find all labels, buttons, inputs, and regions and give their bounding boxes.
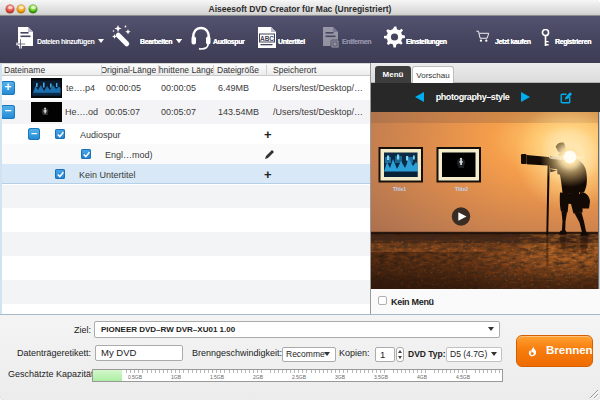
svg-text:ABC: ABC	[260, 35, 274, 42]
svg-text:TItle2: TItle2	[455, 186, 468, 192]
svg-text:TItle1: TItle1	[393, 186, 406, 192]
